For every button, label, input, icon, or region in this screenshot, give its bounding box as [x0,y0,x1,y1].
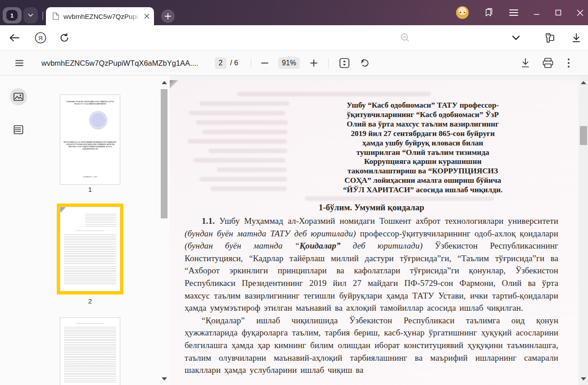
zoom-out-button[interactable] [261,59,268,67]
close-tab-icon[interactable] [144,14,149,19]
scroll-down-arrow[interactable] [581,377,586,380]
pdf-sidebar-toggle[interactable] [15,60,23,66]
scroll-down-arrow[interactable] [162,377,167,380]
scroll-up-arrow[interactable] [581,81,586,84]
svg-text:Я: Я [38,35,42,41]
paragraph-1-1: 1.1. Ушбу Муҳаммад ал-Хоразмий номидаги … [185,215,558,314]
page-fold-artifact [60,207,66,213]
download-button[interactable] [571,32,582,43]
image-icon [13,91,24,102]
sidebar-scroll-thumb[interactable] [161,89,167,218]
pdf-more-button[interactable] [567,58,570,68]
thumbnails-view-button[interactable] [10,88,27,105]
minimize-button[interactable] [534,9,540,16]
toolbar-separator [251,58,251,68]
menu-icon[interactable] [509,9,518,16]
thumbnail-page-3[interactable] [60,317,120,385]
close-window-button[interactable] [577,9,583,16]
maximize-button[interactable] [555,9,561,16]
tab-separator [42,12,43,20]
find-in-page-icon[interactable] [400,32,411,43]
pdf-download-button[interactable] [520,58,530,68]
document-body: 1-бўлим. Умумий қоидалар 1.1. Ушбу Муҳам… [185,203,558,376]
browser-panel-icon[interactable] [543,32,556,44]
list-icon [13,124,24,135]
page-number-input[interactable]: 2 [215,57,226,69]
new-tab-button[interactable] [161,9,175,23]
zoom-in-button[interactable] [310,59,317,67]
tab-title: wvbmhEZNC5w7QzPupi [63,13,142,20]
page-total: / 6 [230,50,238,76]
pdf-toolbar: wvbmhEZNC5w7QzPupiWTqX6aMZbYg1AA.... 2 /… [0,50,588,76]
active-tab[interactable]: wvbmhEZNC5w7QzPupi [46,7,154,25]
fit-page-button[interactable] [339,57,350,69]
pdf-viewer: ЎЗБЕКИСТОН РЕСПУБЛИКАСИ ОЛИЙ ВА ЎРТА МАХ… [0,76,588,385]
browser-window: 1 wvbmhEZNC5w7QzPupi [0,0,588,385]
toolbar-separator [328,58,329,68]
pdf-page-2: Ушбу “Касб одобномаси” ТАТУ профессор- ў… [170,80,578,385]
page-curl-artifact [170,80,179,89]
tab-list-chevron[interactable] [23,7,38,23]
zoom-level[interactable]: 91% [278,57,300,69]
chevron-down-icon [28,14,33,17]
bookmarks-icon[interactable] [484,8,494,18]
stamp-seal [89,111,107,129]
outline-view-button[interactable] [13,124,24,135]
print-button[interactable] [542,58,554,68]
avatar[interactable] [456,6,469,19]
navigation-bar: Я static.tuit.uz wvbmhEZNC5w7QzPupiWTqX6… [0,25,588,50]
main-scrollbar[interactable] [579,76,588,385]
thumbnail-page-1[interactable]: ЎЗБЕКИСТОН РЕСПУБЛИКАСИ ОЛИЙ ВА ЎРТА МАХ… [60,95,120,185]
thumbnail-page-2-selected[interactable] [57,204,123,294]
rotate-button[interactable] [359,58,370,68]
more-actions-chevron[interactable] [512,35,520,41]
thumb1-title-text: МУҲАММАД АЛ-ХОРАЗМИЙ НОМИДАГИ ТОШКЕНТ АХ… [63,141,117,150]
thumbnail-2-label: 2 [60,297,120,305]
thumbnail-sidebar: ЎЗБЕКИСТОН РЕСПУБЛИКАСИ ОЛИЙ ВА ЎРТА МАХ… [0,76,170,385]
document-icon [52,12,59,20]
intro-paragraph: Ушбу “Касб одобномаси” ТАТУ профессор- ў… [288,101,558,195]
sidebar-scrollbar[interactable] [160,76,169,385]
plus-icon [165,13,171,19]
thumb1-footer-text: ТОШКЕНТ - 2019 [60,176,120,178]
scroll-up-arrow[interactable] [162,81,167,84]
thumbnail-1-label: 1 [60,186,120,193]
paragraph-2: “Қоидалар” ишлаб чиқилишида Ўзбекистон Р… [185,314,558,376]
tab-counter[interactable]: 1 [3,7,22,23]
thumb1-header-text: ЎЗБЕКИСТОН РЕСПУБЛИКАСИ ОЛИЙ ВА ЎРТА МАХ… [65,100,115,105]
main-scroll-thumb[interactable] [580,126,587,145]
pdf-filename: wvbmhEZNC5w7QzPupiWTqX6aMZbYg1AA.... [41,50,198,76]
tab-counter-badge: 1 [6,10,18,21]
yandex-logo[interactable]: Я [34,32,47,44]
section-heading: 1-бўлим. Умумий қоидалар [185,203,558,213]
chevron-down-icon [512,35,520,41]
titlebar: 1 wvbmhEZNC5w7QzPupi [0,0,588,25]
back-button[interactable] [9,33,20,42]
reload-button[interactable] [59,32,70,43]
